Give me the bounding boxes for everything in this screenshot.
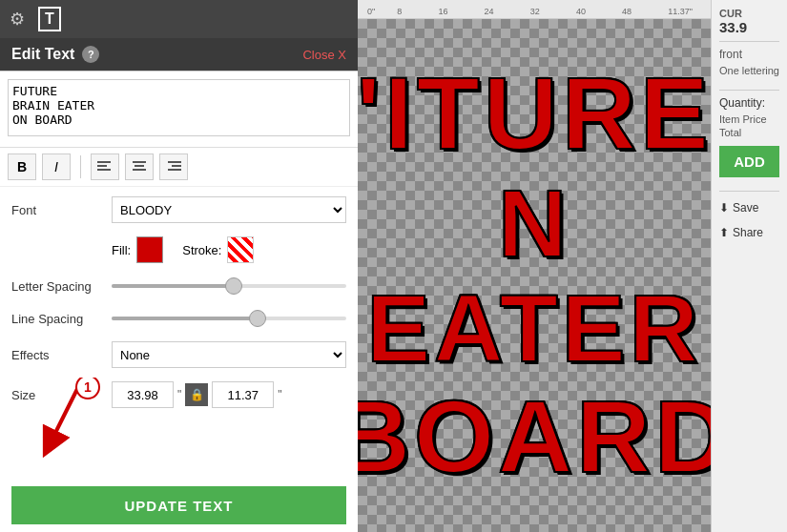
text-tool-icon[interactable]: T	[38, 7, 61, 31]
italic-button[interactable]: I	[42, 153, 71, 180]
ruler-mark-0: 0"	[367, 7, 375, 16]
bold-button[interactable]: B	[8, 153, 36, 180]
svg-rect-4	[135, 165, 144, 167]
ruler-top: 0" 8162432404811.37"	[358, 0, 711, 19]
fill-group: Fill:	[112, 236, 163, 263]
line-spacing-slider[interactable]	[112, 309, 346, 328]
edit-text-label: Edit Text	[11, 46, 74, 63]
svg-rect-3	[133, 161, 146, 163]
line-spacing-thumb[interactable]	[249, 310, 266, 327]
align-center-icon	[132, 160, 147, 174]
size-height-input[interactable]: 11.37	[212, 381, 274, 408]
text-area-container: FUTURE BRAIN EATER ON BOARD	[0, 72, 358, 148]
font-row: Font BLOODY	[11, 196, 346, 223]
align-left-button[interactable]	[91, 153, 119, 180]
effects-label: Effects	[11, 348, 112, 362]
canvas-line-2: N EATER	[358, 171, 711, 380]
size-width-input[interactable]: 33.98	[112, 381, 174, 408]
letter-spacing-row: Letter Spacing	[11, 276, 346, 296]
front-label: front	[719, 48, 779, 61]
right-sidebar: CUR 33.9 front One lettering Quantity: I…	[711, 0, 787, 532]
add-to-cart-button[interactable]: ADD	[719, 146, 779, 177]
text-input[interactable]: FUTURE BRAIN EATER ON BOARD	[8, 79, 350, 136]
align-center-button[interactable]	[125, 153, 154, 180]
left-panel: ⚙ T Edit Text ? Close X FUTURE BRAIN EAT…	[0, 0, 358, 532]
font-select[interactable]: BLOODY	[112, 196, 346, 223]
align-right-button[interactable]	[159, 153, 188, 180]
size-label: Size	[11, 388, 112, 402]
quantity-label: Quantity:	[719, 96, 779, 110]
save-icon: ⬇	[719, 201, 729, 215]
line-spacing-label: Line Spacing	[11, 312, 112, 326]
sidebar-divider-1	[719, 41, 779, 42]
canvas-line-1: 'ITURE	[358, 57, 711, 171]
line-spacing-row: Line Spacing	[11, 309, 346, 328]
svg-rect-6	[168, 161, 181, 163]
share-label: Share	[733, 226, 763, 239]
svg-rect-0	[97, 161, 111, 163]
cur-value: 33.9	[719, 19, 779, 35]
svg-rect-8	[168, 169, 181, 171]
size-row: Size 33.98 " 🔒 11.37 "	[11, 381, 346, 408]
svg-rect-1	[97, 165, 107, 167]
ruler-spacer: 8162432404811.37"	[379, 7, 711, 16]
letter-spacing-track	[112, 284, 346, 288]
cur-label: CUR	[719, 8, 779, 19]
align-left-icon	[97, 160, 113, 174]
stroke-group: Stroke:	[182, 236, 254, 263]
color-row: Fill: Stroke:	[11, 236, 346, 263]
sidebar-divider-2	[719, 90, 779, 91]
controls-area: Font BLOODY Fill: Stroke: Letter Spacing	[0, 187, 358, 486]
effects-select[interactable]: None	[112, 341, 346, 368]
share-icon: ⬆	[719, 226, 729, 239]
gear-icon[interactable]: ⚙	[10, 9, 25, 30]
share-button[interactable]: ⬆ Share	[719, 222, 779, 243]
top-toolbar: ⚙ T	[0, 0, 358, 38]
ruler-marks: 0" 8162432404811.37"	[358, 7, 711, 16]
size-height-unit: "	[278, 388, 281, 401]
close-button[interactable]: Close X	[302, 48, 346, 62]
svg-rect-5	[133, 169, 146, 171]
stroke-color-swatch[interactable]	[227, 236, 254, 263]
letter-spacing-thumb[interactable]	[225, 277, 242, 295]
effects-row: Effects None	[11, 341, 346, 368]
letter-spacing-slider[interactable]	[112, 276, 346, 296]
help-button[interactable]: ?	[82, 46, 99, 63]
canvas-text: 'ITURE N EATER BOARD	[358, 57, 711, 494]
canvas-area: 0" 8162432404811.37" 'ITURE N EATER BOAR…	[358, 0, 711, 532]
save-button[interactable]: ⬇ Save	[719, 197, 779, 218]
letter-spacing-label: Letter Spacing	[11, 279, 112, 294]
svg-rect-2	[97, 169, 111, 171]
svg-rect-7	[172, 165, 181, 167]
line-spacing-fill	[112, 317, 258, 320]
save-label: Save	[733, 201, 758, 215]
fill-color-swatch[interactable]	[136, 236, 163, 263]
lock-button[interactable]: 🔒	[185, 383, 208, 406]
fill-label: Fill:	[112, 243, 131, 257]
stroke-label: Stroke:	[182, 243, 221, 257]
size-inputs: 33.98 " 🔒 11.37 "	[112, 381, 282, 408]
format-separator	[80, 155, 81, 178]
sidebar-divider-3	[719, 191, 779, 192]
size-width-unit: "	[177, 388, 181, 401]
edit-text-title: Edit Text ?	[11, 46, 99, 63]
align-right-icon	[166, 160, 181, 174]
canvas-bg: 'ITURE N EATER BOARD	[358, 19, 711, 532]
line-spacing-track	[112, 317, 346, 320]
format-bar: B I	[0, 148, 358, 187]
lettering-label: One lettering	[719, 65, 779, 76]
canvas-line-3: BOARD	[358, 380, 711, 494]
item-price-label: Item Price	[719, 113, 779, 125]
font-label: Font	[11, 203, 112, 217]
letter-spacing-fill	[112, 284, 234, 288]
update-text-button[interactable]: UPDATE TEXT	[11, 486, 346, 524]
total-label: Total	[719, 127, 779, 138]
edit-text-header: Edit Text ? Close X	[0, 38, 358, 72]
